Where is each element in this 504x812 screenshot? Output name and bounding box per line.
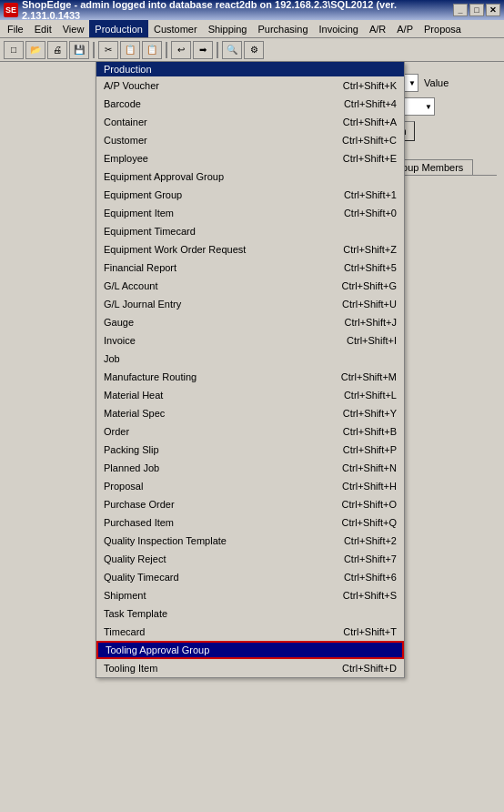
menu-item-employee[interactable]: Employee Ctrl+Shift+E — [96, 149, 404, 167]
menu-edit[interactable]: Edit — [29, 20, 57, 37]
menu-item-purchase-order[interactable]: Purchase Order Ctrl+Shift+O — [96, 495, 404, 513]
menu-item-material-heat[interactable]: Material Heat Ctrl+Shift+L — [96, 386, 404, 404]
menu-item-customer[interactable]: Customer Ctrl+Shift+C — [96, 131, 404, 149]
menu-item-job[interactable]: Job — [96, 350, 404, 368]
toolbar-separator-1 — [93, 42, 95, 58]
menu-item-barcode[interactable]: Barcode Ctrl+Shift+4 — [96, 95, 404, 113]
menu-item-quality-timecard[interactable]: Quality Timecard Ctrl+Shift+6 — [96, 568, 404, 586]
menu-customer[interactable]: Customer — [148, 20, 203, 37]
toolbar-search[interactable]: 🔍 — [222, 41, 242, 59]
menu-item-tooling-item[interactable]: Tooling Item Ctrl+Shift+D — [96, 659, 404, 677]
menu-item-equipment-item[interactable]: Equipment Item Ctrl+Shift+0 — [96, 204, 404, 222]
menu-item-ap-voucher[interactable]: A/P Voucher Ctrl+Shift+K — [96, 76, 404, 95]
menu-item-equipment-timecard[interactable]: Equipment Timecard — [96, 222, 404, 240]
menu-item-order[interactable]: Order Ctrl+Shift+B — [96, 422, 404, 441]
toolbar-save[interactable]: 💾 — [69, 41, 89, 59]
toolbar-undo[interactable]: ↩ — [171, 41, 191, 59]
menu-item-quality-reject[interactable]: Quality Reject Ctrl+Shift+7 — [96, 550, 404, 568]
menu-purchasing[interactable]: Purchasing — [252, 20, 313, 37]
toolbar-paste[interactable]: 📋 — [142, 41, 162, 59]
close-button[interactable]: ✕ — [486, 4, 500, 16]
menu-ar[interactable]: A/R — [364, 20, 391, 37]
toolbar-cut[interactable]: ✂ — [98, 41, 118, 59]
menu-item-invoice[interactable]: Invoice Ctrl+Shift+I — [96, 331, 404, 350]
menu-ap[interactable]: A/P — [391, 20, 418, 37]
menu-item-planned-job[interactable]: Planned Job Ctrl+Shift+N — [96, 459, 404, 477]
app-icon: SE — [4, 3, 18, 17]
value-label: Value — [424, 77, 497, 88]
menu-item-equipment-approval-group[interactable]: Equipment Approval Group — [96, 167, 404, 186]
title-bar: SE ShopEdge - admin logged into database… — [0, 0, 504, 20]
title-text: ShopEdge - admin logged into database re… — [22, 0, 453, 21]
toolbar-separator-3 — [217, 42, 218, 58]
menu-item-gauge[interactable]: Gauge Ctrl+Shift+J — [96, 313, 404, 331]
menu-file[interactable]: File — [2, 20, 29, 37]
production-dropdown-menu: Production A/P Voucher Ctrl+Shift+K Barc… — [96, 62, 405, 678]
menu-invoicing[interactable]: Invoicing — [314, 20, 364, 37]
menu-item-gl-journal-entry[interactable]: G/L Journal Entry Ctrl+Shift+U — [96, 295, 404, 313]
toolbar-redo[interactable]: ➡ — [193, 41, 213, 59]
menu-proposal[interactable]: Proposa — [418, 20, 467, 37]
minimize-button[interactable]: _ — [453, 4, 468, 16]
menu-view[interactable]: View — [57, 20, 90, 37]
dropdown-header: Production — [96, 62, 404, 76]
toolbar-print[interactable]: 🖨 — [47, 41, 67, 59]
dropdown-arrow2-icon: ▼ — [425, 103, 432, 111]
menu-item-tooling-approval-group[interactable]: Tooling Approval Group — [96, 641, 404, 659]
menu-item-shipment[interactable]: Shipment Ctrl+Shift+S — [96, 586, 404, 604]
toolbar-copy[interactable]: 📋 — [120, 41, 140, 59]
menu-item-container[interactable]: Container Ctrl+Shift+A — [96, 113, 404, 131]
menu-production[interactable]: Production — [89, 20, 148, 37]
app-area: Group Name ▼ Value ▼ Reset Open Maintena… — [0, 62, 504, 812]
menu-item-gl-account[interactable]: G/L Account Ctrl+Shift+G — [96, 277, 404, 295]
menu-shipping[interactable]: Shipping — [203, 20, 253, 37]
menu-item-financial-report[interactable]: Financial Report Ctrl+Shift+5 — [96, 259, 404, 277]
menu-item-quality-inspection-template[interactable]: Quality Inspection Template Ctrl+Shift+2 — [96, 532, 404, 550]
menu-bar: File Edit View Production Customer Shipp… — [0, 20, 504, 38]
menu-item-proposal[interactable]: Proposal Ctrl+Shift+H — [96, 477, 404, 495]
dropdown-arrow-icon: ▼ — [408, 79, 416, 87]
menu-item-equipment-group[interactable]: Equipment Group Ctrl+Shift+1 — [96, 186, 404, 204]
toolbar-separator-2 — [166, 42, 167, 58]
menu-item-packing-slip[interactable]: Packing Slip Ctrl+Shift+P — [96, 441, 404, 459]
menu-item-material-spec[interactable]: Material Spec Ctrl+Shift+Y — [96, 404, 404, 422]
menu-item-equipment-work-order[interactable]: Equipment Work Order Request Ctrl+Shift+… — [96, 240, 404, 259]
toolbar-open[interactable]: 📂 — [25, 41, 45, 59]
toolbar-settings[interactable]: ⚙ — [244, 41, 264, 59]
menu-item-manufacture-routing[interactable]: Manufacture Routing Ctrl+Shift+M — [96, 368, 404, 386]
menu-item-timecard[interactable]: Timecard Ctrl+Shift+T — [96, 623, 404, 641]
toolbar-new[interactable]: □ — [4, 41, 24, 59]
toolbar: □ 📂 🖨 💾 ✂ 📋 📋 ↩ ➡ 🔍 ⚙ — [0, 38, 504, 62]
menu-item-task-template[interactable]: Task Template — [96, 604, 404, 623]
menu-item-purchased-item[interactable]: Purchased Item Ctrl+Shift+Q — [96, 513, 404, 532]
title-bar-buttons: _ □ ✕ — [453, 4, 500, 16]
maximize-button[interactable]: □ — [469, 4, 484, 16]
